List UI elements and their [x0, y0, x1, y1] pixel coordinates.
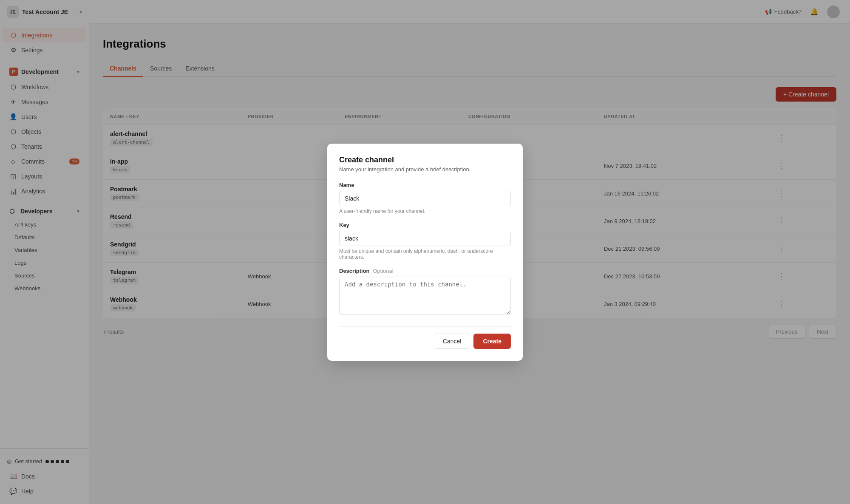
- description-input[interactable]: [339, 277, 511, 315]
- modal-footer: Cancel Create: [339, 326, 511, 349]
- create-channel-modal: Create channel Name your integration and…: [327, 144, 523, 361]
- name-hint: A user-friendly name for your channel.: [339, 208, 511, 214]
- modal-overlay[interactable]: Create channel Name your integration and…: [0, 0, 850, 504]
- key-hint: Must be unique and contain only alphanum…: [339, 248, 511, 260]
- name-label: Name: [339, 182, 511, 188]
- modal-subtitle: Name your integration and provide a brie…: [339, 166, 511, 173]
- optional-label: Optional: [373, 268, 393, 274]
- name-form-group: Name A user-friendly name for your chann…: [339, 182, 511, 214]
- modal-title: Create channel: [339, 156, 511, 164]
- cancel-button[interactable]: Cancel: [435, 334, 470, 349]
- name-input[interactable]: [339, 191, 511, 206]
- key-input[interactable]: [339, 231, 511, 246]
- key-label: Key: [339, 222, 511, 228]
- description-form-group: Description Optional: [339, 268, 511, 316]
- key-form-group: Key Must be unique and contain only alph…: [339, 222, 511, 260]
- create-button[interactable]: Create: [473, 334, 511, 349]
- description-label: Description Optional: [339, 268, 511, 274]
